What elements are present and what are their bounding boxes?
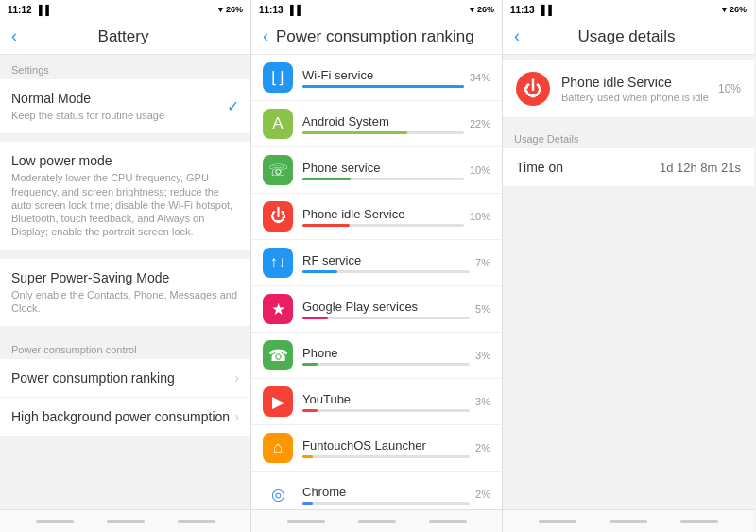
app-info: Google Play services xyxy=(302,300,470,319)
app-percent: 3% xyxy=(475,350,490,361)
app-row[interactable]: ▶ YouTube 3% xyxy=(251,379,502,425)
dash-2b xyxy=(358,520,396,523)
sim-icon-3: ▐▐ xyxy=(539,5,552,15)
status-right-3: ▾ 26% xyxy=(722,5,747,14)
bar-bg xyxy=(302,178,464,180)
power-symbol: ⏻ xyxy=(524,78,542,100)
normal-mode-title: Normal Mode xyxy=(11,91,227,106)
battery-3: 26% xyxy=(730,5,747,14)
app-name: Phone xyxy=(302,346,470,360)
status-left-2: 11:13 ▐▐ xyxy=(259,5,301,15)
normal-mode-subtitle: Keep the status for routine usage xyxy=(11,109,227,122)
power-ranking-title: Power consumption ranking xyxy=(276,27,490,46)
back-button-1[interactable]: ‹ xyxy=(11,26,17,46)
app-row[interactable]: ☎ Phone 3% xyxy=(251,333,502,379)
app-icon: ▶ xyxy=(263,386,293,417)
app-name: FuntouchOS Launcher xyxy=(302,438,470,453)
low-power-subtitle: Moderately lower the CPU frequency, GPU … xyxy=(11,171,239,238)
app-row[interactable]: ↑↓ RF service 7% xyxy=(251,240,502,286)
super-power-item[interactable]: Super Power-Saving Mode Only enable the … xyxy=(0,259,250,328)
settings-label: Settings xyxy=(0,55,250,79)
app-row[interactable]: ⏻ Phone idle Service 10% xyxy=(251,194,502,240)
bottom-bar-2 xyxy=(251,509,502,532)
dash-2a xyxy=(287,520,325,523)
back-button-3[interactable]: ‹ xyxy=(514,26,520,46)
bottom-bar-3 xyxy=(503,509,754,532)
bar-fill xyxy=(302,131,407,134)
sim-icon-2: ▐▐ xyxy=(287,5,301,15)
highbg-chevron: › xyxy=(234,409,239,424)
app-icon: ⌂ xyxy=(263,433,293,463)
app-info: Phone service xyxy=(302,161,464,180)
app-info: Wi-Fi service xyxy=(302,68,464,88)
status-right-1: ▾ 26% xyxy=(218,5,243,14)
normal-mode-item[interactable]: Normal Mode Keep the status for routine … xyxy=(0,79,250,134)
status-left-1: 11:12 ▐▐ xyxy=(8,5,49,15)
app-percent: 22% xyxy=(470,118,490,129)
app-icon: ★ xyxy=(263,294,293,324)
back-button-2[interactable]: ‹ xyxy=(263,26,268,46)
app-percent: 3% xyxy=(475,396,490,407)
status-left-3: 11:13 ▐▐ xyxy=(510,5,552,15)
power-ranking-header: ‹ Power consumption ranking xyxy=(251,19,502,55)
bar-bg xyxy=(302,455,470,458)
ranking-item[interactable]: Power consumption ranking › xyxy=(0,359,250,398)
dash-3a xyxy=(539,520,576,523)
bar-fill xyxy=(302,178,351,180)
app-bar xyxy=(302,178,464,180)
bar-bg xyxy=(302,270,470,273)
app-percent: 10% xyxy=(470,164,490,176)
bar-bg xyxy=(302,224,464,227)
battery-panel: 11:12 ▐▐ ▾ 26% ‹ Battery Settings Normal… xyxy=(0,0,251,532)
high-bg-title: High background power consumption xyxy=(11,409,234,424)
app-info: FuntouchOS Launcher xyxy=(302,438,470,458)
bar-fill xyxy=(302,363,318,366)
bottom-bar-1 xyxy=(0,509,250,532)
app-icon: ◎ xyxy=(263,479,293,509)
bar-bg xyxy=(302,409,470,412)
app-row[interactable]: ☏ Phone service 10% xyxy=(251,147,502,194)
app-row[interactable]: ⌊⌋ Wi-Fi service 34% xyxy=(251,55,502,101)
battery-title: Battery xyxy=(25,27,222,46)
power-ranking-panel: 11:13 ▐▐ ▾ 26% ‹ Power consumption ranki… xyxy=(251,0,503,532)
app-percent: 7% xyxy=(475,257,490,268)
app-name: Chrome xyxy=(302,485,470,499)
battery-1: 26% xyxy=(226,5,243,14)
app-percent: 2% xyxy=(475,489,490,500)
app-bar xyxy=(302,85,464,88)
wifi-status-2: ▾ xyxy=(470,5,474,14)
time-on-value: 1d 12h 8m 21s xyxy=(660,161,741,175)
bar-fill xyxy=(302,409,318,412)
time-on-row: Time on 1d 12h 8m 21s xyxy=(503,148,754,187)
app-bar xyxy=(302,317,470,319)
app-row[interactable]: A Android System 22% xyxy=(251,101,502,147)
app-percent: 34% xyxy=(470,72,490,83)
low-power-item[interactable]: Low power mode Moderately lower the CPU … xyxy=(0,142,250,250)
time-1: 11:12 xyxy=(8,5,32,15)
low-power-title: Low power mode xyxy=(11,153,239,168)
super-power-subtitle: Only enable the Contacts, Phone, Message… xyxy=(11,288,239,316)
status-bar-2: 11:13 ▐▐ ▾ 26% xyxy=(251,0,502,19)
app-info: Phone xyxy=(302,346,470,366)
wifi-status-3: ▾ xyxy=(722,5,727,14)
high-bg-item[interactable]: High background power consumption › xyxy=(0,398,250,437)
bar-bg xyxy=(302,317,470,319)
time-on-label: Time on xyxy=(516,160,563,175)
usage-app-name: Phone idle Service xyxy=(561,75,709,90)
app-row[interactable]: ◎ Chrome 2% xyxy=(251,472,502,509)
bar-fill xyxy=(302,455,313,458)
bar-fill xyxy=(302,270,337,273)
app-bar xyxy=(302,409,470,412)
app-row[interactable]: ★ Google Play services 5% xyxy=(251,286,502,333)
app-name: RF service xyxy=(302,253,470,267)
app-icon: ☎ xyxy=(263,340,293,370)
time-3: 11:13 xyxy=(510,5,535,15)
bar-bg xyxy=(302,131,464,134)
usage-section-label: Usage Details xyxy=(503,124,754,148)
super-power-title: Super Power-Saving Mode xyxy=(11,270,239,285)
app-bar xyxy=(302,270,470,273)
app-name: Google Play services xyxy=(302,300,470,314)
status-bar-3: 11:13 ▐▐ ▾ 26% xyxy=(503,0,754,19)
app-row[interactable]: ⌂ FuntouchOS Launcher 2% xyxy=(251,425,502,472)
app-name: Wi-Fi service xyxy=(302,68,464,82)
